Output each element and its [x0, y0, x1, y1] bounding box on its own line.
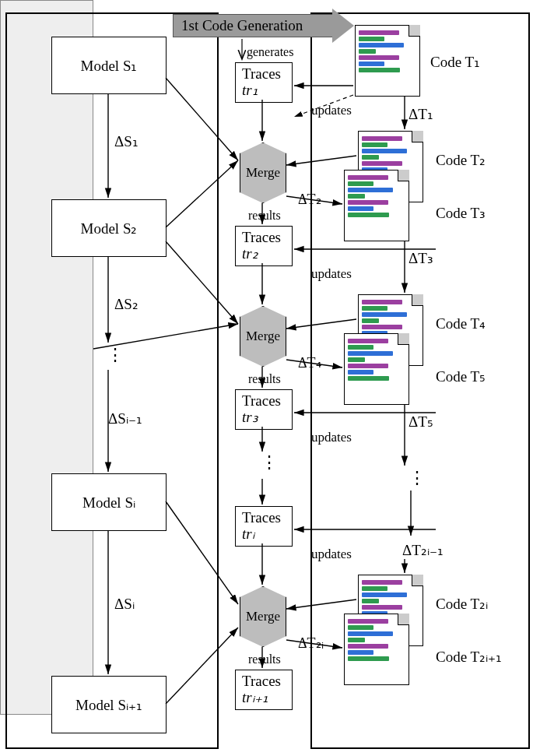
delta-t4-label: ΔT₄ — [298, 354, 321, 371]
model-s2: Model S₂ — [51, 199, 167, 257]
code-t4-label: Code T₄ — [436, 315, 486, 332]
code-t3-label: Code T₃ — [436, 204, 486, 222]
delta-s1-label: ΔS₁ — [114, 132, 139, 150]
delta-t3-label: ΔT₃ — [409, 249, 433, 267]
code-t2i-label: Code T₂ᵢ — [436, 595, 488, 613]
updates-1-label: updates — [311, 103, 352, 118]
delta-t1-label: ΔT₁ — [409, 105, 433, 123]
model-s1: Model S₁ — [51, 37, 167, 94]
traces-vdots: ⋮ — [261, 459, 278, 466]
delta-t2i-1-label: ΔT₂ᵢ₋₁ — [402, 541, 444, 559]
code-t1-doc — [355, 25, 420, 97]
model-si-plus-1: Model Sᵢ₊₁ — [51, 676, 167, 733]
delta-t2i-label: ΔT₂ᵢ — [298, 635, 324, 652]
delta-s2-label: ΔS₂ — [114, 295, 139, 313]
results-1-label: results — [248, 209, 281, 223]
delta-si-label: ΔSᵢ — [114, 595, 135, 613]
traces-i: Tracestrᵢ — [235, 506, 293, 547]
generates-label: generates — [247, 45, 293, 59]
delta-si-1-label: ΔSᵢ₋₁ — [108, 410, 142, 427]
updates-i-label: updates — [311, 547, 352, 562]
results-2-label: results — [248, 372, 281, 386]
traces-1: Tracestr₁ — [235, 62, 293, 103]
updates-3-label: updates — [311, 430, 352, 445]
delta-t2-label: ΔT₂ — [298, 191, 321, 208]
code-t2i-plus-1-doc — [344, 614, 409, 685]
merge-1: Merge — [240, 142, 286, 203]
models-column — [5, 12, 219, 749]
merge-i: Merge — [240, 586, 286, 647]
banner-label: 1st Code Generation — [181, 17, 303, 34]
delta-t5-label: ΔT₅ — [409, 413, 433, 431]
code-t1-label: Code T₁ — [430, 53, 480, 71]
updates-2-label: updates — [311, 266, 352, 282]
code-t2i-plus-1-label: Code T₂ᵢ₊₁ — [436, 648, 502, 666]
merge-2: Merge — [240, 306, 286, 367]
models-vdots: ⋮ — [107, 352, 124, 359]
code-vdots: ⋮ — [409, 475, 426, 482]
traces-2: Tracestr₂ — [235, 226, 293, 266]
code-t5-label: Code T₅ — [436, 367, 486, 385]
results-i-label: results — [248, 652, 281, 666]
code-t3-doc — [344, 170, 409, 241]
code-t2-label: Code T₂ — [436, 151, 486, 169]
code-t5-doc — [344, 333, 409, 405]
traces-i-plus-1: Tracestrᵢ₊₁ — [235, 670, 293, 710]
first-generation-banner: 1st Code Generation — [173, 14, 354, 37]
traces-3: Tracestr₃ — [235, 389, 293, 430]
model-si: Model Sᵢ — [51, 473, 167, 531]
